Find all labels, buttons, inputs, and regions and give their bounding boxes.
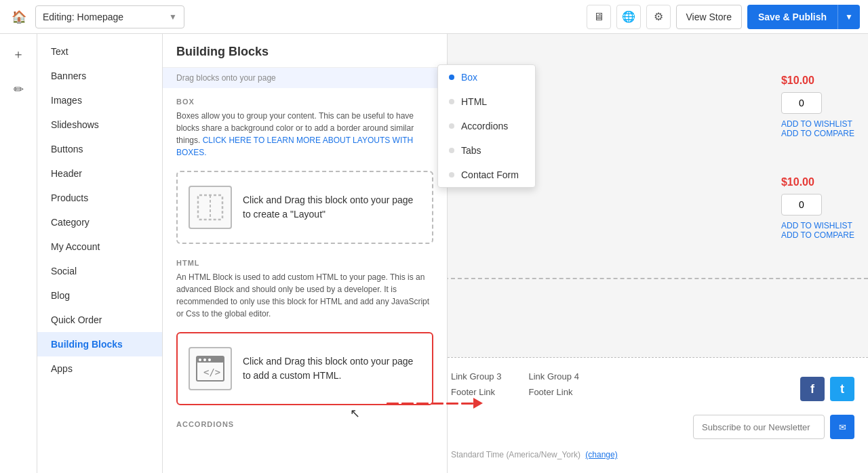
- link-group-4-label: Link Group 4: [528, 371, 578, 382]
- timezone-change-link[interactable]: (change): [585, 450, 617, 459]
- footer-link-3: Footer Link: [451, 387, 501, 397]
- dropdown-dot-accordions: [449, 123, 454, 129]
- sidebar-item-slideshows[interactable]: Slideshows: [37, 112, 162, 137]
- dropdown-label-contact-form: Contact Form: [461, 169, 519, 180]
- product-price-2: $10.00: [781, 176, 854, 188]
- save-publish-group: Save & Publish ▼: [747, 5, 860, 29]
- arrow-annotation: [387, 398, 483, 409]
- dropdown-item-html[interactable]: HTML: [438, 89, 535, 114]
- sidebar-item-building-blocks[interactable]: Building Blocks: [37, 332, 162, 356]
- dropdown-menu: Box HTML Accordions Tabs Contact Form: [437, 64, 536, 188]
- view-store-button[interactable]: View Store: [676, 5, 742, 29]
- add-block-icon[interactable]: ＋: [6, 42, 31, 66]
- sidebar-item-quick-order[interactable]: Quick Order: [37, 308, 162, 332]
- footer-area: Link Group 3 Footer Link Link Group 4 Fo…: [437, 357, 868, 473]
- qty-input-2[interactable]: [781, 194, 822, 215]
- box-block-icon: [189, 186, 232, 229]
- sidebar-item-products[interactable]: Products: [37, 186, 162, 210]
- footer-right: f t ✉: [693, 371, 854, 439]
- dropdown-item-box[interactable]: Box: [438, 65, 535, 89]
- accordions-section-label: ACCORDIONS: [163, 411, 447, 432]
- edit-icon[interactable]: ✏: [6, 77, 31, 102]
- box-learn-more-link[interactable]: CLICK HERE TO LEARN MORE ABOUT LAYOUTS W…: [176, 136, 413, 157]
- divider: [437, 278, 868, 279]
- html-drag-text: Click and Drag this block onto your page…: [243, 354, 421, 383]
- dropdown-label-tabs: Tabs: [461, 145, 481, 156]
- nav-menu: Text Banners Images Slideshows Buttons H…: [37, 34, 163, 473]
- sidebar-item-buttons[interactable]: Buttons: [37, 137, 162, 161]
- home-icon[interactable]: 🏠: [8, 6, 30, 28]
- dropdown-dot-box: [449, 75, 454, 80]
- dropdown-label-accordions: Accordions: [461, 121, 508, 131]
- chevron-down-icon: ▼: [169, 12, 177, 22]
- settings-icon[interactable]: ⚙: [646, 5, 671, 29]
- html-draggable-block[interactable]: </> Click and Drag this block onto your …: [176, 332, 433, 405]
- box-section-desc: Boxes allow you to group your content. T…: [163, 110, 447, 165]
- newsletter-submit-button[interactable]: ✉: [830, 415, 854, 439]
- blocks-panel-subheader: Drag blocks onto your page: [163, 68, 447, 88]
- sidebar-item-header[interactable]: Header: [37, 161, 162, 186]
- product-1: $10.00 ADD TO WISHLIST ADD TO COMPARE: [781, 75, 854, 138]
- product-row-1: $10.00 ADD TO WISHLIST ADD TO COMPARE: [781, 75, 854, 138]
- topbar-right: 🖥 🌐 ⚙ View Store Save & Publish ▼: [587, 5, 861, 29]
- sidebar-item-apps[interactable]: Apps: [37, 356, 162, 381]
- globe-icon[interactable]: 🌐: [616, 5, 641, 29]
- page-selector-label: Editing: Homepage: [43, 12, 163, 22]
- svg-point-4: [199, 358, 201, 361]
- dropdown-item-tabs[interactable]: Tabs: [438, 138, 535, 163]
- social-icons: f t: [800, 377, 854, 401]
- html-section-desc: An HTML Block is used to add custom HTML…: [163, 271, 447, 327]
- link-group-3-label: Link Group 3: [451, 371, 501, 382]
- left-sidebar-icons: ＋ ✏: [0, 34, 37, 473]
- footer-link-4: Footer Link: [528, 387, 578, 397]
- product-price-1: $10.00: [781, 75, 854, 87]
- save-publish-button[interactable]: Save & Publish: [747, 5, 837, 29]
- cursor-pointer: ↖: [350, 406, 363, 419]
- add-wishlist-link-2[interactable]: ADD TO WISHLIST: [781, 221, 854, 230]
- svg-text:</>: </>: [203, 367, 220, 377]
- dropdown-item-accordions[interactable]: Accordions: [438, 114, 535, 138]
- dropdown-dot-tabs: [449, 148, 454, 153]
- sidebar-item-my-account[interactable]: My Account: [37, 234, 162, 259]
- page-selector[interactable]: Editing: Homepage ▼: [35, 5, 184, 28]
- dropdown-label-box: Box: [461, 72, 477, 83]
- dropdown-item-contact-form[interactable]: Contact Form: [438, 163, 535, 187]
- box-drag-text: Click and Drag this block onto your page…: [243, 193, 421, 222]
- footer-col-4: Link Group 4 Footer Link: [528, 371, 578, 439]
- arrow-head: [473, 398, 483, 409]
- sidebar-item-banners[interactable]: Banners: [37, 64, 162, 88]
- qty-input-1[interactable]: [781, 92, 822, 114]
- product-2: $10.00 ADD TO WISHLIST ADD TO COMPARE: [781, 176, 854, 240]
- topbar: 🏠 Editing: Homepage ▼ 🖥 🌐 ⚙ View Store S…: [0, 0, 868, 34]
- footer-links-row: Link Group 3 Footer Link Link Group 4 Fo…: [451, 371, 854, 439]
- desktop-icon[interactable]: 🖥: [587, 5, 611, 29]
- add-compare-link-2[interactable]: ADD TO COMPARE: [781, 230, 854, 240]
- sidebar-item-text[interactable]: Text: [37, 39, 162, 64]
- add-compare-link-1[interactable]: ADD TO COMPARE: [781, 129, 854, 138]
- product-row-2: $10.00 ADD TO WISHLIST ADD TO COMPARE: [781, 176, 854, 240]
- svg-point-5: [203, 358, 206, 361]
- box-draggable-block[interactable]: Click and Drag this block onto your page…: [176, 171, 433, 244]
- dropdown-label-html: HTML: [461, 96, 487, 107]
- html-section-label: HTML: [163, 249, 447, 271]
- newsletter-area: ✉: [693, 415, 854, 439]
- sidebar-item-category[interactable]: Category: [37, 210, 162, 234]
- arrow-dashes: [387, 403, 473, 405]
- svg-point-6: [208, 358, 211, 361]
- dropdown-dot-contact-form: [449, 172, 454, 178]
- twitter-icon[interactable]: t: [830, 377, 854, 401]
- blocks-panel-title: Building Blocks: [163, 34, 447, 68]
- newsletter-input[interactable]: [693, 415, 825, 439]
- sidebar-item-blog[interactable]: Blog: [37, 283, 162, 308]
- box-section-label: BOX: [163, 88, 447, 110]
- save-publish-arrow-button[interactable]: ▼: [837, 5, 860, 29]
- facebook-icon[interactable]: f: [800, 377, 825, 401]
- sidebar-item-social[interactable]: Social: [37, 259, 162, 283]
- dropdown-dot-html: [449, 99, 454, 104]
- add-wishlist-link-1[interactable]: ADD TO WISHLIST: [781, 119, 854, 129]
- html-block-icon: </>: [189, 347, 232, 390]
- sidebar-item-images[interactable]: Images: [37, 88, 162, 112]
- timezone-info: Standard Time (America/New_York) (change…: [451, 450, 854, 459]
